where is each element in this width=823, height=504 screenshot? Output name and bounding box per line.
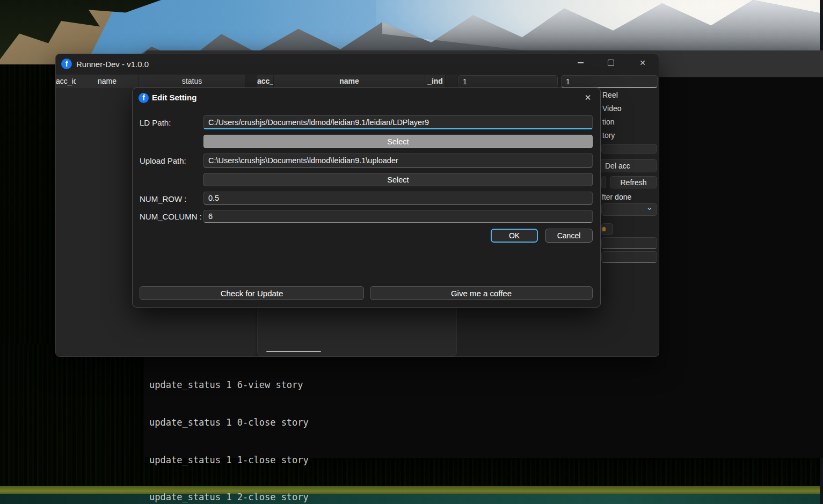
header-spacer bbox=[246, 75, 257, 88]
partial-input[interactable] bbox=[601, 237, 657, 249]
dialog-app-icon: f bbox=[139, 93, 149, 103]
after-done-label: fter done bbox=[602, 193, 631, 201]
partial-button[interactable] bbox=[601, 144, 657, 154]
del-acc-label: Del acc bbox=[605, 162, 630, 170]
coffee-label: Give me a coffee bbox=[451, 289, 512, 298]
column-header-acc-id-2[interactable]: acc_id bbox=[257, 75, 273, 88]
chevron-down-icon: ⌄ bbox=[646, 202, 653, 212]
partial-input[interactable] bbox=[601, 251, 657, 263]
ok-button[interactable]: OK bbox=[491, 229, 538, 243]
scroll-handle[interactable] bbox=[266, 351, 321, 352]
ld-path-select-button[interactable]: Select bbox=[203, 135, 593, 148]
minimize-icon bbox=[578, 62, 584, 63]
check-update-button[interactable]: Check for Update bbox=[140, 286, 364, 300]
close-button[interactable]: ✕ bbox=[633, 55, 652, 70]
column-header-acc-id[interactable]: acc_id bbox=[56, 75, 76, 88]
cancel-label: Cancel bbox=[557, 231, 581, 240]
refresh-button[interactable]: Refresh bbox=[610, 176, 657, 188]
upload-path-input[interactable] bbox=[203, 154, 593, 167]
ld-path-input[interactable] bbox=[203, 115, 593, 129]
wallpaper-lake bbox=[0, 494, 823, 504]
option-label-tory[interactable]: tory bbox=[602, 131, 615, 140]
coffee-button[interactable]: Give me a coffee bbox=[370, 286, 593, 300]
header-spacer bbox=[446, 75, 457, 88]
window-title: Runner-Dev - v1.0.0 bbox=[76, 60, 149, 69]
del-acc-button[interactable]: Del acc bbox=[598, 159, 657, 172]
emoji-icon bbox=[602, 227, 606, 231]
close-icon: ✕ bbox=[639, 59, 646, 67]
ok-label: OK bbox=[509, 231, 520, 240]
edit-setting-dialog: f Edit Setting ✕ LD Path: Select Upload … bbox=[132, 87, 601, 308]
console-output: update_status 1 6-view story update_stat… bbox=[149, 354, 336, 504]
console-line: update_status 1 2-close story bbox=[149, 491, 336, 503]
upload-path-select-button[interactable]: Select bbox=[203, 173, 593, 186]
num-row-input[interactable] bbox=[203, 192, 593, 204]
upload-path-label: Upload Path: bbox=[140, 156, 186, 165]
close-icon: ✕ bbox=[585, 93, 592, 102]
index-input-2[interactable] bbox=[561, 75, 658, 88]
ld-path-label: LD Path: bbox=[140, 118, 171, 127]
num-column-input[interactable] bbox=[203, 210, 593, 223]
maximize-icon bbox=[608, 60, 614, 66]
num-column-label: NUM_COLUMN : bbox=[140, 212, 202, 221]
console-line: update_status 1 6-view story bbox=[149, 379, 336, 391]
partial-small-button[interactable] bbox=[601, 223, 613, 235]
column-header-name-2[interactable]: name bbox=[274, 75, 425, 88]
dialog-title: Edit Setting bbox=[152, 93, 196, 102]
dialog-close-button[interactable]: ✕ bbox=[582, 92, 594, 103]
minimize-button[interactable] bbox=[571, 55, 589, 70]
option-label-video[interactable]: Video bbox=[602, 104, 622, 113]
column-header-name[interactable]: name bbox=[76, 75, 138, 88]
column-header-status[interactable]: status bbox=[139, 75, 245, 88]
main-titlebar[interactable]: f Runner-Dev - v1.0.0 ✕ bbox=[56, 54, 659, 75]
app-icon: f bbox=[61, 59, 72, 69]
option-label-tion[interactable]: tion bbox=[602, 118, 615, 126]
select-label: Select bbox=[387, 137, 409, 146]
select-label: Select bbox=[387, 176, 409, 184]
maximize-button[interactable] bbox=[602, 55, 620, 70]
num-row-label: NUM_ROW : bbox=[140, 194, 187, 203]
console-line: update_status 1 1-close story bbox=[149, 454, 336, 466]
cancel-button[interactable]: Cancel bbox=[545, 229, 593, 243]
partial-button[interactable] bbox=[601, 176, 606, 188]
option-label-reel[interactable]: Reel bbox=[602, 91, 618, 99]
column-header-ind[interactable]: _ind bbox=[425, 75, 445, 88]
refresh-label: Refresh bbox=[620, 178, 646, 187]
check-update-label: Check for Update bbox=[221, 289, 283, 298]
console-line: update_status 1 0-close story bbox=[149, 417, 336, 429]
index-input-1[interactable] bbox=[458, 75, 558, 88]
after-done-dropdown[interactable]: ⌄ bbox=[601, 203, 657, 216]
